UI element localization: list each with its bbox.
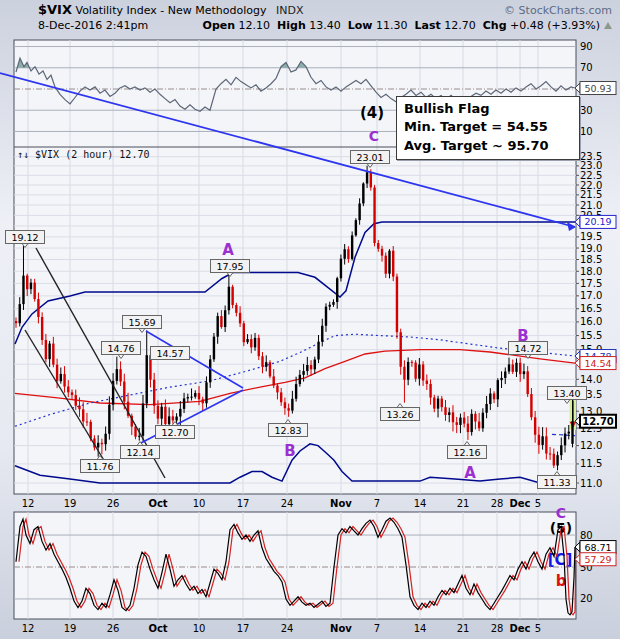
svg-text:50.93: 50.93 xyxy=(584,83,611,94)
svg-text:19: 19 xyxy=(64,498,77,509)
svg-text:7: 7 xyxy=(374,498,380,509)
svg-text:Dec: Dec xyxy=(509,498,530,509)
svg-text:12.14: 12.14 xyxy=(126,447,153,458)
svg-text:B: B xyxy=(284,442,295,460)
svg-text:12.70: 12.70 xyxy=(582,416,614,427)
svg-text:5: 5 xyxy=(535,498,541,509)
svg-text:Nov: Nov xyxy=(330,498,352,509)
annotation-box: Bullish Flag Min. Target = 54.55 Avg. Ta… xyxy=(396,96,580,160)
svg-text:10: 10 xyxy=(193,623,206,634)
svg-text:B: B xyxy=(517,327,528,345)
svg-text:17.0: 17.0 xyxy=(580,290,602,301)
svg-text:Dec: Dec xyxy=(509,623,530,634)
svg-text:21.0: 21.0 xyxy=(580,200,602,211)
main-series-label: ↑↓ $VIX (2 hour) 12.70 xyxy=(17,149,149,160)
svg-text:12: 12 xyxy=(22,623,35,634)
svg-text:11.33: 11.33 xyxy=(543,477,570,488)
svg-text:11.76: 11.76 xyxy=(86,461,113,472)
svg-text:90: 90 xyxy=(580,41,593,52)
svg-text:70: 70 xyxy=(580,62,593,73)
svg-text:18.5: 18.5 xyxy=(580,254,602,265)
svg-text:17.5: 17.5 xyxy=(580,278,602,289)
svg-text:Oct: Oct xyxy=(148,623,167,634)
svg-text:C: C xyxy=(556,505,566,521)
svg-text:Oct: Oct xyxy=(148,498,167,509)
svg-text:17.95: 17.95 xyxy=(216,261,243,272)
svg-text:11.0: 11.0 xyxy=(580,478,602,489)
svg-text:80: 80 xyxy=(580,530,593,541)
svg-text:A: A xyxy=(222,241,234,259)
svg-text:28: 28 xyxy=(491,498,504,509)
svg-text:12: 12 xyxy=(22,498,35,509)
svg-text:19: 19 xyxy=(64,623,77,634)
annotation-line-1: Bullish Flag xyxy=(404,100,572,118)
svg-text:17: 17 xyxy=(237,498,250,509)
svg-text:26: 26 xyxy=(107,498,120,509)
svg-text:12.16: 12.16 xyxy=(453,447,480,458)
svg-text:13.40: 13.40 xyxy=(553,388,580,399)
svg-text:14: 14 xyxy=(414,498,427,509)
vix-chart-screenshot: $VIX Volatility Index - New Methodology … xyxy=(0,0,620,639)
svg-text:28: 28 xyxy=(491,623,504,634)
svg-text:19.5: 19.5 xyxy=(580,231,602,242)
svg-text:16.0: 16.0 xyxy=(580,316,602,327)
svg-text:12.70: 12.70 xyxy=(161,427,188,438)
svg-text:17: 17 xyxy=(237,623,250,634)
svg-text:14.54: 14.54 xyxy=(584,358,611,369)
svg-text:14: 14 xyxy=(414,623,427,634)
svg-text:20.19: 20.19 xyxy=(584,216,611,227)
svg-text:15.69: 15.69 xyxy=(128,317,155,328)
svg-text:10: 10 xyxy=(580,126,593,137)
svg-text:7: 7 xyxy=(374,623,380,634)
svg-text:14.0: 14.0 xyxy=(580,374,602,385)
svg-text:14.76: 14.76 xyxy=(107,343,134,354)
svg-text:14.57: 14.57 xyxy=(156,348,183,359)
svg-text:30: 30 xyxy=(580,105,593,116)
annotation-line-2: Min. Target = 54.55 xyxy=(404,118,572,136)
svg-text:20: 20 xyxy=(580,593,593,604)
svg-text:10: 10 xyxy=(193,498,206,509)
svg-text:68.71: 68.71 xyxy=(584,542,611,553)
svg-text:11.5: 11.5 xyxy=(580,458,602,469)
svg-text:12.0: 12.0 xyxy=(580,440,602,451)
svg-text:23.01: 23.01 xyxy=(356,152,383,163)
svg-text:Nov: Nov xyxy=(330,623,352,634)
svg-text:13.26: 13.26 xyxy=(386,409,413,420)
svg-text:19.0: 19.0 xyxy=(580,243,602,254)
svg-text:[C]: [C] xyxy=(548,551,573,569)
svg-text:19.12: 19.12 xyxy=(11,232,38,243)
svg-text:18.0: 18.0 xyxy=(580,266,602,277)
svg-text:26: 26 xyxy=(107,623,120,634)
svg-text:5: 5 xyxy=(535,623,541,634)
svg-text:15.5: 15.5 xyxy=(580,330,602,341)
svg-text:16.5: 16.5 xyxy=(580,303,602,314)
annotation-line-3: Avg. Target ~ 95.70 xyxy=(404,137,572,155)
svg-text:24: 24 xyxy=(281,498,294,509)
svg-text:A: A xyxy=(464,464,476,482)
svg-text:24: 24 xyxy=(281,623,294,634)
svg-text:57.29: 57.29 xyxy=(584,554,611,565)
svg-text:21: 21 xyxy=(457,623,470,634)
svg-text:(4): (4) xyxy=(360,104,384,122)
svg-text:C: C xyxy=(369,128,379,144)
svg-text:21: 21 xyxy=(457,498,470,509)
svg-text:12.83: 12.83 xyxy=(274,425,301,436)
